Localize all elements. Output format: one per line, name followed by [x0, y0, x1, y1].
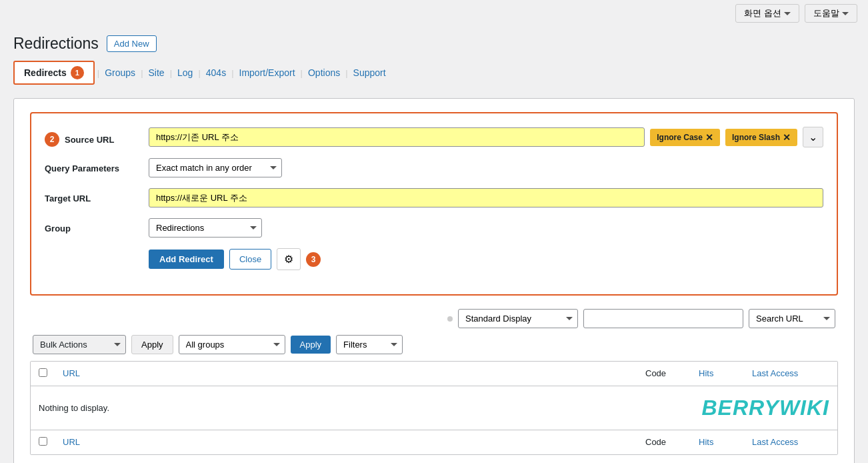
add-new-button[interactable]: Add New	[107, 35, 157, 52]
footer-checkbox	[31, 430, 55, 454]
nav-sep-7: |	[345, 68, 347, 78]
empty-message: Nothing to display.	[39, 403, 109, 413]
display-select-wrap: Standard Display	[458, 309, 578, 328]
tab-redirects[interactable]: Redirects 1	[13, 61, 95, 85]
target-url-row: Target URL	[45, 188, 823, 207]
groups-select[interactable]: All groups	[179, 335, 285, 354]
ignore-case-close-icon[interactable]: ✕	[705, 132, 713, 143]
toolbar-row: Standard Display Search URL	[30, 309, 838, 328]
gear-settings-button[interactable]: ⚙	[277, 248, 301, 270]
filters-select[interactable]: Filters	[336, 335, 403, 354]
tab-404s[interactable]: 404s	[203, 63, 229, 82]
group-select[interactable]: Redirections	[149, 218, 262, 238]
bulk-actions-wrap: Bulk Actions	[33, 335, 126, 354]
nav-sep-3: |	[170, 68, 172, 78]
step3-badge: 3	[306, 252, 321, 267]
nav-sep-6: |	[301, 68, 303, 78]
screen-options-chevron-icon	[784, 12, 791, 15]
table-header: URL Code Hits Last Access	[31, 362, 837, 386]
help-button[interactable]: 도움말	[805, 4, 857, 23]
page-title: Redirections	[13, 35, 99, 53]
tab-options[interactable]: Options	[305, 63, 343, 82]
dot-indicator	[447, 316, 453, 322]
target-url-label: Target URL	[45, 193, 91, 203]
tab-support[interactable]: Support	[351, 63, 389, 82]
nav-sep-1: |	[97, 68, 99, 78]
screen-options-button[interactable]: 화면 옵션	[735, 4, 799, 23]
hits-column-header[interactable]: Hits	[691, 362, 744, 386]
code-column-header: Code	[637, 362, 691, 386]
table-checkbox-header	[31, 362, 55, 386]
source-url-label: Source URL	[65, 135, 114, 145]
source-url-input[interactable]	[149, 127, 645, 147]
help-label: 도움말	[813, 7, 839, 19]
footer-hits-header[interactable]: Hits	[691, 430, 744, 454]
footer-select-all-checkbox[interactable]	[39, 437, 47, 446]
redirects-count-badge: 1	[71, 66, 84, 79]
select-all-checkbox[interactable]	[39, 368, 47, 377]
target-url-input[interactable]	[149, 188, 823, 207]
search-url-select[interactable]: Search URL	[749, 309, 835, 328]
nav-sep-4: |	[198, 68, 200, 78]
group-label: Group	[45, 223, 71, 234]
bulk-actions-select[interactable]: Bulk Actions	[33, 335, 126, 354]
url-column-header[interactable]: URL	[55, 362, 637, 386]
nav-sep-2: |	[141, 68, 143, 78]
tab-site[interactable]: Site	[146, 63, 167, 82]
tab-log[interactable]: Log	[175, 63, 195, 82]
query-params-label: Query Parameters	[45, 163, 119, 173]
search-url-input[interactable]	[583, 309, 743, 328]
search-url-select-wrap: Search URL	[749, 309, 835, 328]
ignore-case-label: Ignore Case	[657, 133, 703, 142]
ignore-slash-button[interactable]: Ignore Slash ✕	[725, 129, 797, 146]
actions-row: Bulk Actions Apply All groups Apply Filt…	[30, 335, 838, 354]
nav-sep-5: |	[231, 68, 233, 78]
redirects-table: URL Code Hits Last Access Nothing to dis…	[30, 361, 838, 455]
ignore-slash-label: Ignore Slash	[732, 133, 780, 142]
close-form-button[interactable]: Close	[229, 249, 271, 270]
footer-last-access-header[interactable]: Last Access	[744, 430, 837, 454]
redirects-tab-label: Redirects	[24, 67, 67, 78]
filters-wrap: Filters	[336, 335, 403, 354]
empty-row: Nothing to display. BERRYWIKI	[31, 386, 837, 430]
group-row: Group Redirections	[45, 218, 823, 238]
group-select-wrap: Redirections	[149, 218, 262, 238]
form-actions-row: Add Redirect Close ⚙ 3	[45, 248, 823, 270]
last-access-column-header[interactable]: Last Access	[744, 362, 837, 386]
tab-groups[interactable]: Groups	[102, 63, 138, 82]
source-url-row: 2 Source URL Ignore Case ✕ Ignore Slash …	[45, 127, 823, 147]
query-params-row: Query Parameters Exact match in any orde…	[45, 158, 823, 177]
step2-badge: 2	[45, 132, 59, 147]
ignore-slash-close-icon[interactable]: ✕	[783, 132, 791, 143]
tab-import-export[interactable]: Import/Export	[237, 63, 298, 82]
add-redirect-form: 2 Source URL Ignore Case ✕ Ignore Slash …	[30, 112, 838, 296]
screen-options-label: 화면 옵션	[744, 7, 781, 19]
ignore-case-button[interactable]: Ignore Case ✕	[650, 129, 720, 146]
footer-url-header[interactable]: URL	[55, 430, 637, 454]
table-footer: URL Code Hits Last Access	[31, 430, 837, 454]
footer-code-header: Code	[637, 430, 691, 454]
bulk-apply-button[interactable]: Apply	[131, 335, 173, 354]
groups-select-wrap: All groups	[179, 335, 285, 354]
query-params-select[interactable]: Exact match in any order	[149, 158, 282, 177]
berrywiki-watermark: BERRYWIKI	[701, 396, 829, 420]
query-params-select-wrap: Exact match in any order	[149, 158, 282, 177]
add-redirect-button[interactable]: Add Redirect	[149, 250, 224, 269]
groups-apply-button[interactable]: Apply	[291, 336, 331, 354]
display-select[interactable]: Standard Display	[458, 309, 578, 328]
expand-options-button[interactable]: ⌄	[803, 127, 823, 147]
help-chevron-icon	[842, 12, 849, 15]
